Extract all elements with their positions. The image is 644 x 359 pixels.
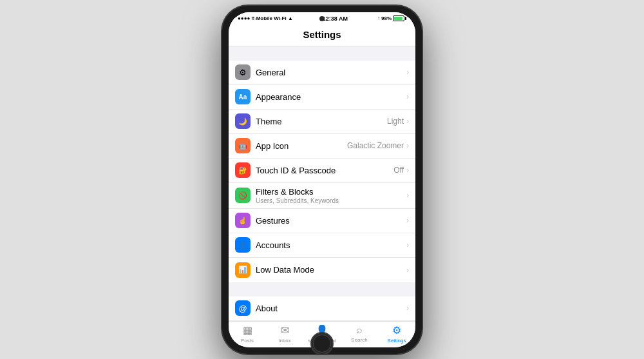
- inbox-icon: ✉: [281, 324, 289, 336]
- home-button[interactable]: [310, 332, 334, 355]
- settings-group-1: ⚙ General › Aa Appearance: [229, 61, 415, 282]
- settings-list: ⚙ General › Aa Appearance: [229, 46, 415, 321]
- app-icon-icon: 🤖: [235, 138, 251, 153]
- chevron-icon: ›: [406, 266, 409, 275]
- general-icon: ⚙: [235, 64, 251, 80]
- row-accounts[interactable]: 👤 Accounts ›: [229, 233, 415, 258]
- general-label: General: [256, 68, 406, 77]
- touch-id-value: Off: [393, 166, 404, 175]
- low-data-label: Low Data Mode: [256, 265, 406, 275]
- filters-label: Filters & Blocks: [256, 187, 406, 197]
- low-data-icon: 📊: [235, 262, 251, 278]
- appearance-label: Appearance: [256, 92, 406, 102]
- appearance-icon: Aa: [235, 89, 251, 104]
- settings-tab-label: Settings: [388, 338, 406, 344]
- tab-search[interactable]: ⌕ Search: [341, 324, 378, 343]
- row-low-data[interactable]: 📊 Low Data Mode ›: [229, 258, 415, 282]
- gestures-icon: ☝: [235, 213, 251, 228]
- row-about[interactable]: @ About ›: [229, 296, 415, 321]
- wifi-icon: ▲: [288, 15, 293, 21]
- battery-indicator: [393, 15, 406, 21]
- chevron-icon: ›: [406, 304, 409, 313]
- posts-icon: ▦: [243, 324, 252, 336]
- settings-group-2: @ About › 💚 Tip Jar: [229, 296, 415, 321]
- battery-area: ↑ 98%: [377, 15, 406, 21]
- row-theme[interactable]: 🌙 Theme Light ›: [229, 110, 415, 134]
- inbox-label: Inbox: [278, 338, 291, 344]
- chevron-icon: ›: [406, 216, 409, 225]
- time-display: 12:38 AM: [323, 15, 348, 22]
- chevron-icon: ›: [406, 117, 409, 126]
- phone-device: ●●●● T-Mobile Wi-Fi ▲ 12:38 AM ↑ 98% Set…: [222, 6, 422, 354]
- about-label: About: [256, 304, 406, 313]
- settings-icon: ⚙: [392, 324, 401, 336]
- theme-label: Theme: [256, 117, 387, 126]
- nav-header: Settings: [229, 25, 415, 46]
- chevron-icon: ›: [406, 141, 409, 150]
- search-icon: ⌕: [356, 324, 363, 336]
- filters-icon: 🚫: [235, 188, 251, 203]
- chevron-icon: ›: [406, 240, 409, 249]
- about-icon: @: [235, 300, 251, 316]
- signal-dots: ●●●●: [238, 15, 250, 21]
- theme-value: Light: [387, 117, 404, 126]
- row-filters[interactable]: 🚫 Filters & Blocks Users, Subreddits, Ke…: [229, 183, 415, 209]
- row-general[interactable]: ⚙ General ›: [229, 61, 415, 85]
- chevron-icon: ›: [406, 191, 409, 200]
- home-button-inner: [313, 335, 331, 353]
- row-gestures[interactable]: ☝ Gestures ›: [229, 209, 415, 233]
- camera: [319, 16, 325, 21]
- section-gap-2: [229, 282, 415, 296]
- chevron-icon: ›: [406, 166, 409, 175]
- tab-inbox[interactable]: ✉ Inbox: [266, 324, 303, 344]
- app-icon-label: App Icon: [256, 141, 347, 151]
- section-gap-top: [229, 46, 415, 61]
- tab-posts[interactable]: ▦ Posts: [229, 324, 266, 344]
- row-touch-id[interactable]: 🔐 Touch ID & Passcode Off ›: [229, 159, 415, 183]
- chevron-icon: ›: [406, 68, 409, 77]
- app-icon-value: Galactic Zoomer: [347, 141, 404, 150]
- filters-sublabel: Users, Subreddits, Keywords: [256, 197, 406, 204]
- tab-settings[interactable]: ⚙ Settings: [378, 324, 415, 344]
- location-icon: ↑: [377, 15, 380, 21]
- touch-id-label: Touch ID & Passcode: [256, 166, 393, 175]
- theme-icon: 🌙: [235, 113, 251, 129]
- page-title: Settings: [303, 29, 341, 40]
- accounts-icon: 👤: [235, 237, 251, 253]
- row-appearance[interactable]: Aa Appearance ›: [229, 85, 415, 110]
- chevron-icon: ›: [406, 92, 409, 101]
- posts-label: Posts: [241, 338, 254, 344]
- accounts-label: Accounts: [256, 240, 406, 250]
- gestures-label: Gestures: [256, 216, 406, 226]
- search-label: Search: [351, 337, 367, 343]
- phone-screen: ●●●● T-Mobile Wi-Fi ▲ 12:38 AM ↑ 98% Set…: [229, 12, 415, 347]
- carrier: ●●●● T-Mobile Wi-Fi ▲: [238, 15, 293, 21]
- row-app-icon[interactable]: 🤖 App Icon Galactic Zoomer ›: [229, 134, 415, 159]
- touch-id-icon: 🔐: [235, 162, 251, 178]
